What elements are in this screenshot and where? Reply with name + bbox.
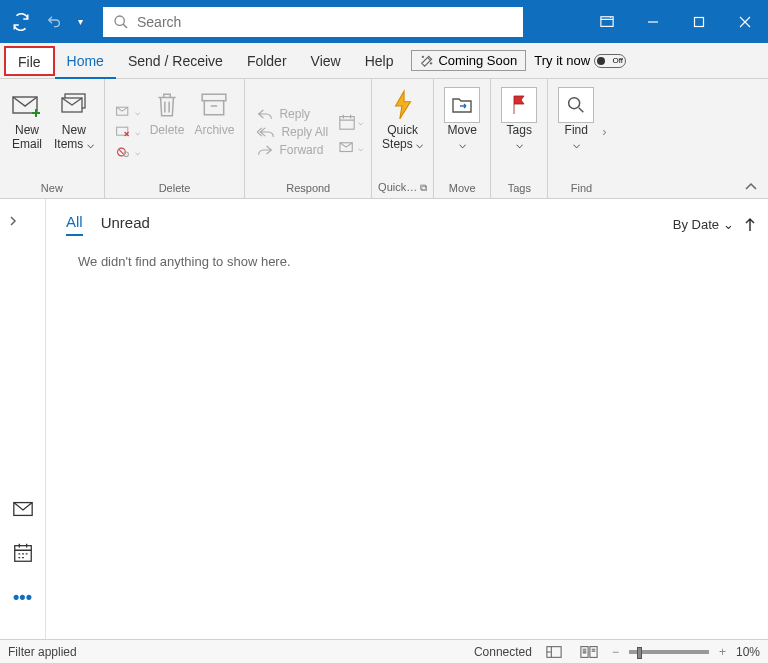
coming-soon-button[interactable]: Coming Soon — [411, 50, 526, 71]
nav-calendar-icon[interactable] — [0, 531, 45, 575]
collapse-ribbon-icon[interactable] — [734, 176, 768, 198]
dialog-launcher-icon[interactable]: ⧉ — [420, 182, 427, 193]
tab-folder[interactable]: Folder — [235, 43, 299, 79]
find-button[interactable]: Find⌵ — [554, 83, 598, 180]
svg-rect-11 — [340, 116, 354, 129]
qat-dropdown-icon[interactable]: ▾ — [74, 12, 87, 31]
expand-nav-icon[interactable] — [0, 207, 45, 235]
meeting-button[interactable]: ⌵ — [336, 111, 365, 133]
content: ••• All Unread By Date ⌄ We didn't find … — [0, 199, 768, 639]
filter-all[interactable]: All — [66, 213, 83, 236]
svg-point-0 — [115, 16, 124, 25]
group-label-new: New — [6, 180, 98, 198]
ribbon-group-find: Find⌵ › Find — [548, 79, 614, 198]
ribbon-group-delete: ⌵ ⌵ ⌵ Delete Archive Delete — [105, 79, 246, 198]
zoom-slider[interactable] — [629, 650, 709, 654]
ribbon-group-new: New Email New Items ⌵ New — [0, 79, 105, 198]
ribbon-group-quick-steps: Quick Steps ⌵ Quick… ⧉ — [372, 79, 434, 198]
sort-by-button[interactable]: By Date ⌄ — [673, 217, 734, 232]
ribbon-overflow-icon[interactable]: › — [600, 83, 608, 180]
ignore-button[interactable]: ⌵ — [111, 103, 144, 121]
group-label-delete: Delete — [111, 180, 239, 198]
coming-soon-label: Coming Soon — [438, 53, 517, 68]
ribbon-display-icon[interactable] — [584, 0, 630, 43]
sort-direction-icon[interactable] — [744, 217, 756, 233]
ribbon-tabs: File Home Send / Receive Folder View Hel… — [0, 43, 768, 79]
tags-button[interactable]: Tags⌵ — [497, 83, 541, 180]
ribbon: New Email New Items ⌵ New ⌵ ⌵ ⌵ Dele — [0, 79, 768, 199]
zoom-out-icon[interactable]: − — [612, 645, 619, 659]
lightning-icon — [391, 87, 415, 123]
archive-icon — [200, 87, 228, 123]
trash-icon — [154, 87, 180, 123]
svg-rect-17 — [581, 646, 588, 657]
tab-send-receive[interactable]: Send / Receive — [116, 43, 235, 79]
try-it-now-toggle[interactable]: Try it now Off — [534, 53, 626, 68]
group-label-move: Move — [440, 180, 484, 198]
search-icon — [113, 14, 129, 30]
sort-label: By Date — [673, 217, 719, 232]
svg-rect-2 — [695, 17, 704, 26]
new-items-icon — [59, 87, 89, 123]
filter-unread[interactable]: Unread — [101, 214, 150, 235]
tab-help[interactable]: Help — [353, 43, 406, 79]
view-reading-icon[interactable] — [576, 643, 602, 661]
group-label-quick: Quick… ⧉ — [378, 179, 427, 198]
nav-more-icon[interactable]: ••• — [0, 575, 45, 619]
mail-pane: All Unread By Date ⌄ We didn't find anyt… — [46, 199, 768, 639]
zoom-value: 10% — [736, 645, 760, 659]
close-button[interactable] — [722, 0, 768, 43]
tab-home[interactable]: Home — [55, 43, 116, 79]
tab-file[interactable]: File — [4, 46, 55, 76]
reply-button[interactable]: Reply — [251, 105, 334, 123]
new-email-icon — [11, 87, 43, 123]
delete-button[interactable]: Delete — [146, 83, 189, 180]
tags-label: Tags⌵ — [507, 123, 532, 151]
qat: ▾ — [0, 9, 87, 35]
toggle-pill: Off — [594, 54, 626, 68]
reply-all-button[interactable]: Reply All — [251, 123, 334, 141]
new-items-button[interactable]: New Items ⌵ — [50, 83, 98, 180]
group-label-tags: Tags — [497, 180, 541, 198]
new-email-label: New Email — [12, 123, 42, 151]
minimize-button[interactable] — [630, 0, 676, 43]
nav-mail-icon[interactable] — [0, 487, 45, 531]
mail-filter-bar: All Unread By Date ⌄ — [58, 213, 756, 236]
junk-button[interactable]: ⌵ — [111, 143, 144, 161]
search-box[interactable] — [103, 7, 523, 37]
undo-icon[interactable] — [42, 10, 66, 34]
chevron-down-icon: ⌄ — [723, 217, 734, 232]
view-normal-icon[interactable] — [542, 643, 566, 661]
status-bar: Filter applied Connected − + 10% — [0, 639, 768, 663]
window-controls — [584, 0, 768, 43]
archive-label: Archive — [194, 123, 234, 137]
svg-rect-18 — [590, 646, 597, 657]
archive-button[interactable]: Archive — [190, 83, 238, 180]
chevron-down-icon: ⌵ — [573, 137, 580, 151]
wand-icon — [420, 54, 434, 68]
new-email-button[interactable]: New Email — [6, 83, 48, 180]
svg-rect-1 — [601, 16, 613, 26]
delete-label: Delete — [150, 123, 185, 137]
move-button[interactable]: Move⌵ — [440, 83, 484, 180]
move-folder-icon — [444, 87, 480, 123]
search-input[interactable] — [137, 14, 513, 30]
zoom-in-icon[interactable]: + — [719, 645, 726, 659]
ribbon-group-tags: Tags⌵ Tags — [491, 79, 548, 198]
try-it-label: Try it now — [534, 53, 590, 68]
chevron-down-icon: ⌵ — [459, 137, 466, 151]
cleanup-button[interactable]: ⌵ — [111, 123, 144, 141]
flag-icon — [501, 87, 537, 123]
chevron-down-icon: ⌵ — [516, 137, 523, 151]
maximize-button[interactable] — [676, 0, 722, 43]
empty-message: We didn't find anything to show here. — [58, 254, 756, 269]
more-respond-button[interactable]: ⌵ — [336, 139, 365, 157]
status-connected: Connected — [474, 645, 532, 659]
chevron-down-icon: ⌵ — [87, 137, 94, 151]
chevron-down-icon: ⌵ — [416, 137, 423, 151]
group-label-respond: Respond — [251, 180, 365, 198]
forward-button[interactable]: Forward — [251, 141, 334, 159]
tab-view[interactable]: View — [299, 43, 353, 79]
sync-icon[interactable] — [8, 9, 34, 35]
quick-steps-button[interactable]: Quick Steps ⌵ — [378, 83, 427, 179]
